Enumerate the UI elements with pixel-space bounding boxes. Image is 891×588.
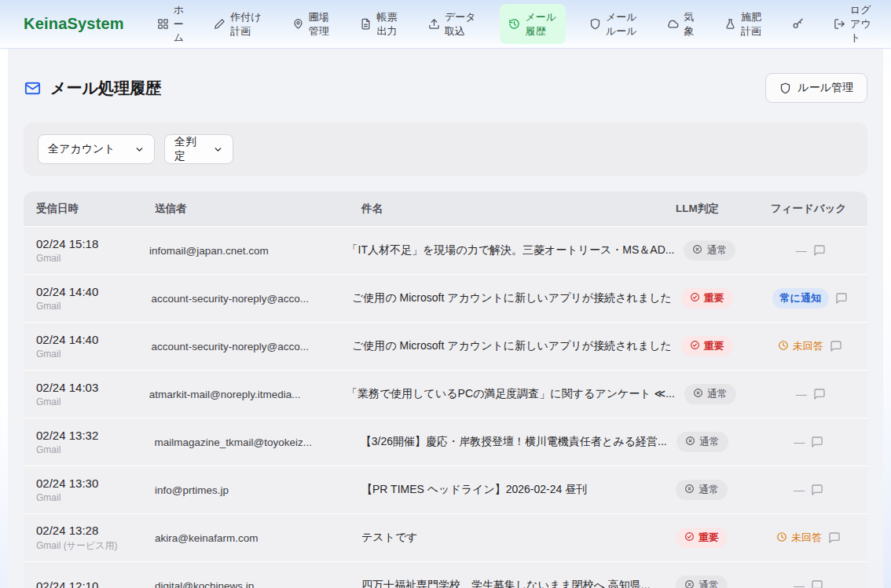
comment-bubble-icon[interactable] [813,244,826,257]
judgement-label: 重要 [704,291,724,305]
nav-item-map-pin[interactable]: 圃場管理 [286,5,337,42]
table-row[interactable]: 02/24 15:18Gmailinfomail@japan.cnet.com「… [24,226,867,274]
nav-item-key[interactable] [786,13,810,35]
table-row[interactable]: 02/24 14:03Gmailatmarkit-mail@noreply.it… [24,370,867,418]
pencil-icon [214,18,226,30]
upload-icon [428,18,440,30]
cell-feedback: — [762,484,855,496]
comment-bubble-icon[interactable] [811,484,823,496]
sender-address: atmarkit-mail@noreply.itmedia... [149,389,337,400]
feedback-always-notify-badge: 常に通知 [772,288,829,309]
nav-item-flask[interactable]: 施肥計画 [718,5,769,42]
nav-item-label: メールルール [606,10,638,38]
nav-item-document[interactable]: 帳票出力 [354,5,405,42]
header-subject: 件名 [361,202,676,216]
account-filter-select[interactable]: 全アカウント [38,134,155,164]
nav-item-shield[interactable]: メールルール [583,5,644,42]
nav-item-upload[interactable]: データ取込 [422,5,483,42]
received-datetime: 02/24 13:30 [36,477,155,490]
nav-item-label: ログアウト [850,3,872,45]
page-title-group: メール処理履歴 [24,78,161,99]
nav-item-grid[interactable]: ホーム [151,0,191,49]
cell-llm-judgement: 重要 [676,528,762,548]
cell-received-at: 02/24 13:32Gmail [36,429,155,455]
comment-bubble-icon[interactable] [811,436,823,448]
comment-bubble-icon[interactable] [835,292,848,305]
judgement-badge: 通常 [676,480,728,500]
cell-subject: 「IT人材不足」を現場の力で解決。三菱オートリース・MS＆AD... [347,243,684,257]
header-received-at: 受信日時 [36,202,155,216]
judgement-label: 通常 [698,483,719,497]
judgement-label: 通常 [699,435,720,449]
judgement-label: 重要 [698,531,719,545]
received-datetime: 02/24 15:18 [36,237,149,250]
table-row[interactable]: 02/24 13:28Gmail (サービス用)akira@keinafarm.… [24,513,867,561]
sender-address: mailmagazine_tkmail@toyokeiz... [155,436,351,448]
cell-llm-judgement: 重要 [681,336,765,356]
table-row[interactable]: 02/24 13:30Gmailinfo@prtimes.jp【PR TIMES… [24,466,867,513]
cell-feedback: 常に通知 [765,288,855,309]
nav-item-history[interactable]: メール履歴 [500,4,566,44]
table-row[interactable]: 02/24 13:32Gmailmailmagazine_tkmail@toyo… [24,418,867,466]
nav-item-label: 圃場管理 [309,10,331,38]
cell-received-at: 02/24 13:28Gmail (サービス用) [36,524,155,553]
comment-bubble-icon[interactable] [813,388,826,400]
cell-feedback: — [762,579,855,588]
rule-management-label: ルール管理 [798,81,853,95]
nav-item-pencil[interactable]: 作付け計画 [207,5,269,42]
comment-bubble-icon[interactable] [811,579,823,588]
received-datetime: 02/24 14:03 [36,381,149,394]
judgement-filter-select[interactable]: 全判定 [164,134,233,164]
subject-text: ご使用の Microsoft アカウントに新しいアプリが接続されました [352,339,672,353]
subject-text: 四万十福祉専門学校、学生募集しないまま閉校へ 高知県... [361,579,666,588]
x-circle-icon [684,484,695,496]
subject-text: 【PR TIMES ヘッドライン】2026-02-24 昼刊 [361,483,666,497]
filter-bar: 全アカウント 全判定 [24,122,867,176]
table-row[interactable]: 02/24 14:40Gmailaccount-security-noreply… [24,322,867,370]
account-filter-value: 全アカウント [48,142,116,156]
nav-item-cloud[interactable]: 気象 [661,5,701,42]
subject-text: 【3/26開催】慶応・岸教授登壇！横川電機責任者とみる経営... [361,435,667,449]
cell-subject: 四万十福祉専門学校、学生募集しないまま閉校へ 高知県... [361,579,676,588]
page-header: メール処理履歴 ルール管理 [24,72,867,104]
cell-subject: 【PR TIMES ヘッドライン】2026-02-24 昼刊 [361,483,676,497]
feedback-none: — [794,484,805,496]
nav-item-label: メール履歴 [525,10,557,38]
x-circle-icon [692,244,702,257]
comment-bubble-icon[interactable] [830,340,842,352]
map-pin-icon [292,18,304,30]
comment-bubble-icon[interactable] [828,531,841,544]
cell-llm-judgement: 通常 [676,432,763,452]
judgement-label: 通常 [706,243,727,257]
table-row[interactable]: 02/24 14:40Gmailaccount-security-noreply… [24,274,867,322]
rule-management-button[interactable]: ルール管理 [765,73,867,103]
received-datetime: 02/24 14:40 [36,333,151,346]
chevron-down-icon [213,144,223,155]
feedback-none: — [794,436,805,448]
nav-item-logout[interactable]: ログアウト [827,0,878,49]
cell-subject: 「業務で使用しているPCの満足度調査」に関するアンケート ≪... [346,387,684,401]
nav-item-label: ホーム [174,3,185,45]
judgement-label: 重要 [704,339,724,353]
account-label: Gmail [36,396,149,407]
received-datetime: 02/24 13:32 [36,429,155,442]
page-title: メール処理履歴 [50,78,161,99]
subject-text: ご使用の Microsoft アカウントに新しいアプリが接続されました [352,291,672,305]
subject-text: テストです [361,531,666,545]
cell-sender: info@prtimes.jp [155,484,361,496]
table-body: 02/24 15:18Gmailinfomail@japan.cnet.com「… [24,226,867,588]
table-row[interactable]: 02/24 12:10digital@kochinews.jp四万十福祉専門学校… [24,561,867,588]
judgement-badge: 重要 [681,288,733,309]
cell-received-at: 02/24 13:30Gmail [36,477,155,503]
brand-logo[interactable]: KeinaSystem [24,15,124,33]
feedback-unanswered-label: 未回答 [791,531,822,545]
nav-item-label: 気象 [684,10,695,38]
check-circle-icon [684,531,695,544]
feedback-none: — [796,244,807,257]
cell-sender: akira@keinafarm.com [155,532,361,544]
cloud-icon [667,18,679,30]
cell-subject: ご使用の Microsoft アカウントに新しいアプリが接続されました [352,291,681,305]
header-feedback: フィードバック [762,202,855,216]
nav-item-label: 帳票出力 [376,10,398,38]
judgement-label: 通常 [698,579,719,588]
